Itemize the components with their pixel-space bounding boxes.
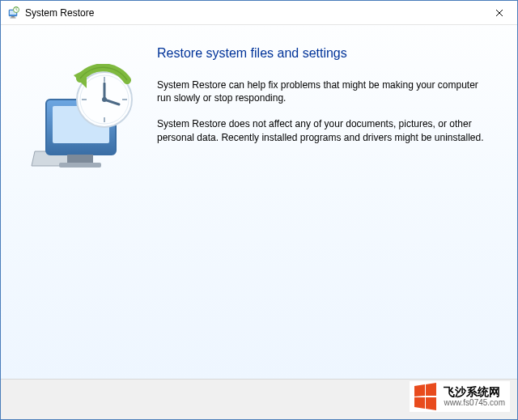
- page-heading: Restore system files and settings: [157, 46, 493, 61]
- svg-rect-7: [67, 155, 93, 163]
- system-restore-graphic-icon: [30, 64, 143, 177]
- system-restore-window: System Restore: [0, 0, 518, 420]
- close-button[interactable]: [481, 1, 517, 24]
- svg-rect-8: [59, 163, 101, 168]
- svg-point-17: [102, 97, 107, 102]
- wizard-graphic-pane: [15, 40, 157, 379]
- svg-rect-2: [11, 16, 15, 18]
- back-button: < Back: [445, 390, 506, 409]
- paragraph-2: System Restore does not affect any of yo…: [157, 117, 493, 143]
- svg-rect-3: [11, 17, 16, 18]
- titlebar: System Restore: [1, 1, 517, 25]
- wizard-footer: < Back: [1, 379, 517, 419]
- window-title: System Restore: [25, 7, 481, 19]
- system-restore-icon: [7, 6, 20, 19]
- content-area: Restore system files and settings System…: [1, 25, 517, 379]
- paragraph-1: System Restore can help fix problems tha…: [157, 78, 493, 104]
- wizard-text-pane: Restore system files and settings System…: [157, 40, 498, 379]
